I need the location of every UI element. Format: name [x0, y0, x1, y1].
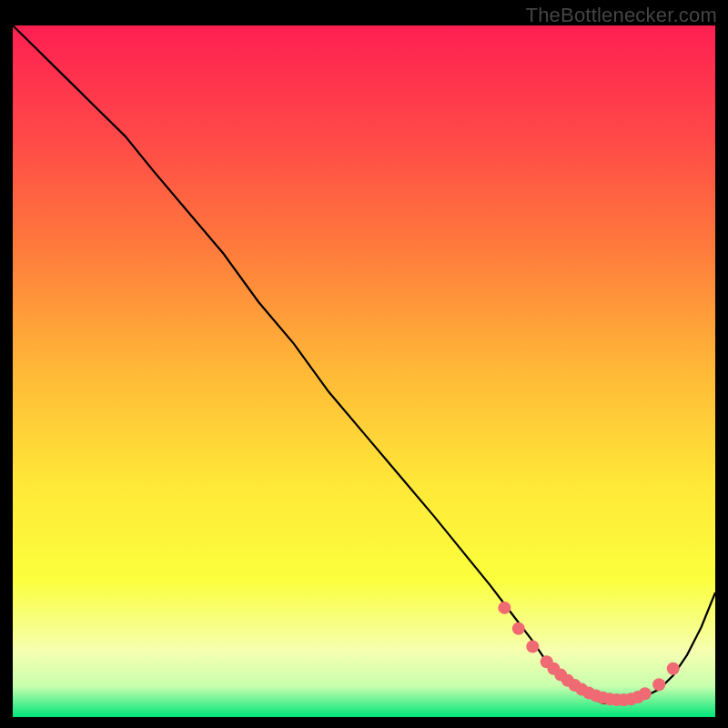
data-marker	[639, 687, 652, 700]
plot-area	[13, 25, 715, 717]
chart-frame: TheBottlenecker.com	[0, 0, 728, 728]
data-marker	[652, 678, 665, 691]
data-marker	[512, 622, 525, 635]
data-marker	[667, 662, 680, 675]
data-marker	[526, 641, 539, 653]
chart-svg	[13, 25, 715, 717]
data-marker	[498, 602, 511, 614]
watermark-text: TheBottlenecker.com	[526, 4, 717, 27]
